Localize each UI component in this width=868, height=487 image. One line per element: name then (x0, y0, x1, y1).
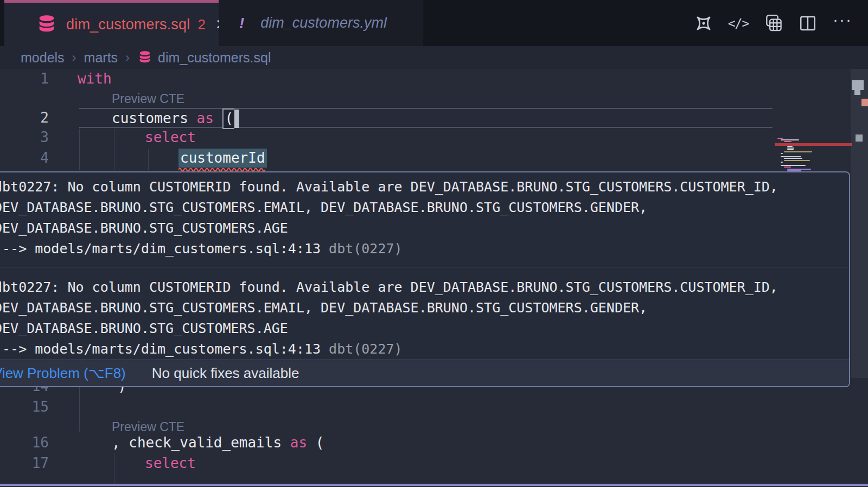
tab-bar: dim_customers.sql 2 ✕ ! dim_customers.ym… (0, 0, 868, 46)
codelens-preview-cte[interactable]: Preview CTE (112, 92, 184, 106)
diagnostic-file-location[interactable]: --> models/marts/dim_customers.sql:4:13 (0, 341, 329, 357)
diagnostic-location-line: --> models/marts/dim_customers.sql:4:13 … (0, 339, 849, 360)
warning-exclamation-icon: ! (239, 15, 244, 32)
minimap-code-row (787, 169, 811, 170)
dbt-logo-icon[interactable] (693, 13, 714, 34)
database-icon (137, 50, 152, 65)
indent-guide (148, 149, 149, 170)
code-token: customers (112, 110, 197, 126)
split-editor-icon[interactable] (797, 13, 818, 34)
minimap-code-row (781, 139, 799, 140)
diagnostic-message-line: DEV_DATABASE.BRUNO.STG_CUSTOMERS.EMAIL, … (0, 197, 849, 218)
breadcrumb-item-marts[interactable]: marts (84, 50, 118, 66)
tab-title-sql: dim_customers.sql (66, 16, 190, 33)
minimap-code-row (781, 162, 783, 163)
diagnostic-code[interactable]: dbt(0227) (329, 241, 402, 257)
breadcrumb-item-file[interactable]: dim_customers.sql (158, 50, 271, 66)
diagnostic-message-line: dbt0227: No column CUSTOMERID found. Ava… (0, 277, 849, 298)
minimap-code-row (784, 158, 802, 159)
minimap-code-row (787, 146, 793, 147)
text-cursor (234, 110, 239, 128)
hover-status-bar: View Problem (⌥F8) No quick fixes availa… (0, 360, 849, 386)
editor-actions-toolbar: </> ··· (693, 0, 853, 46)
tab-dim-customers-yml[interactable]: ! dim_customers.yml (219, 0, 423, 46)
indent-guide (79, 387, 80, 432)
code-token: as (290, 434, 307, 451)
database-icon (36, 14, 58, 35)
diagnostic-message-line: DEV_DATABASE.BRUNO.STG_CUSTOMERS.AGE (0, 318, 849, 339)
minimap-code-row (787, 149, 794, 150)
code-token: ( (307, 434, 324, 451)
breadcrumb: models › marts › dim_customers.sql (0, 46, 868, 69)
dirty-count-badge: 2 (197, 16, 205, 33)
chevron-right-icon: › (125, 50, 130, 65)
code-token: with (78, 71, 112, 87)
view-problem-link[interactable]: View Problem (⌥F8) (0, 365, 126, 382)
line-number[interactable]: 16 (0, 434, 49, 451)
error-hover-tooltip: dbt0227: No column CUSTOMERID found. Ava… (0, 171, 850, 387)
minimap-code-row (784, 141, 792, 142)
diagnostic-code[interactable]: dbt(0227) (329, 341, 402, 357)
code-token: select (145, 129, 196, 145)
minimap-code-row (784, 151, 812, 152)
diagnostic-message-line: dbt0227: No column CUSTOMERID found. Ava… (0, 177, 849, 197)
line-number[interactable]: 2 (0, 110, 49, 126)
indent-guide (114, 129, 114, 170)
error-token-customerid[interactable]: customerId (178, 149, 267, 168)
diagnostic-file-location[interactable]: --> models/marts/dim_customers.sql:4:13 (0, 241, 329, 257)
minimap-code-row (784, 160, 810, 161)
code-token: select (145, 455, 196, 471)
code-token: , check_valid_emails (112, 434, 290, 451)
code-line[interactable]: select (145, 455, 196, 471)
minimap-code-row (784, 166, 791, 168)
chevron-right-icon: › (72, 50, 76, 65)
diagnostic-message-block: dbt0227: No column CUSTOMERID found. Ava… (0, 172, 849, 259)
compile-code-icon[interactable]: </> (728, 13, 749, 34)
line-number[interactable]: 4 (0, 150, 49, 166)
code-token: ( (222, 108, 235, 129)
minimap-code-row (777, 138, 783, 139)
overview-ruler-marker (854, 90, 860, 95)
code-line[interactable]: , check_valid_emails as ( (112, 434, 324, 451)
line-number[interactable]: 17 (0, 455, 49, 471)
query-results-icon[interactable] (763, 13, 783, 34)
diagnostic-message-block: dbt0227: No column CUSTOMERID found. Ava… (0, 273, 849, 360)
codelens-preview-cte[interactable]: Preview CTE (112, 420, 184, 434)
overview-ruler-marker (852, 80, 864, 90)
window-bottom-border (0, 484, 868, 486)
code-line[interactable]: customerId (178, 150, 267, 166)
minimap-code-row (781, 153, 783, 154)
indent-guide (114, 453, 114, 484)
code-token (214, 110, 222, 126)
overview-ruler (851, 69, 868, 487)
overview-ruler-marker (856, 134, 863, 142)
minimap-error-line (775, 143, 852, 146)
tab-title-yml: dim_customers.yml (260, 15, 387, 31)
code-line[interactable]: select (145, 129, 196, 145)
tab-dim-customers-sql[interactable]: dim_customers.sql 2 ✕ (4, 0, 219, 46)
minimap-code-row (781, 156, 801, 157)
diagnostic-location-line: --> models/marts/dim_customers.sql:4:13 … (0, 239, 849, 259)
minimap-code-row (787, 148, 794, 149)
overview-ruler-marker (861, 99, 868, 106)
line-number[interactable]: 1 (0, 71, 49, 87)
diagnostic-message-line: DEV_DATABASE.BRUNO.STG_CUSTOMERS.AGE (0, 218, 849, 239)
no-quick-fixes-text: No quick fixes available (152, 365, 299, 382)
diagnostic-message-line: DEV_DATABASE.BRUNO.STG_CUSTOMERS.EMAIL, … (0, 298, 849, 318)
minimap-code-row (781, 165, 806, 166)
vscode-window: dim_customers.sql 2 ✕ ! dim_customers.ym… (0, 0, 868, 487)
hover-divider (0, 267, 849, 267)
more-actions-icon[interactable]: ··· (832, 13, 853, 34)
code-token: as (197, 110, 214, 126)
breadcrumb-item-models[interactable]: models (21, 50, 65, 66)
indent-guide (79, 129, 80, 170)
code-line[interactable]: with (78, 71, 112, 87)
line-number[interactable]: 3 (0, 129, 49, 145)
line-number[interactable]: 15 (0, 399, 49, 415)
code-line[interactable]: customers as ( (112, 110, 239, 128)
